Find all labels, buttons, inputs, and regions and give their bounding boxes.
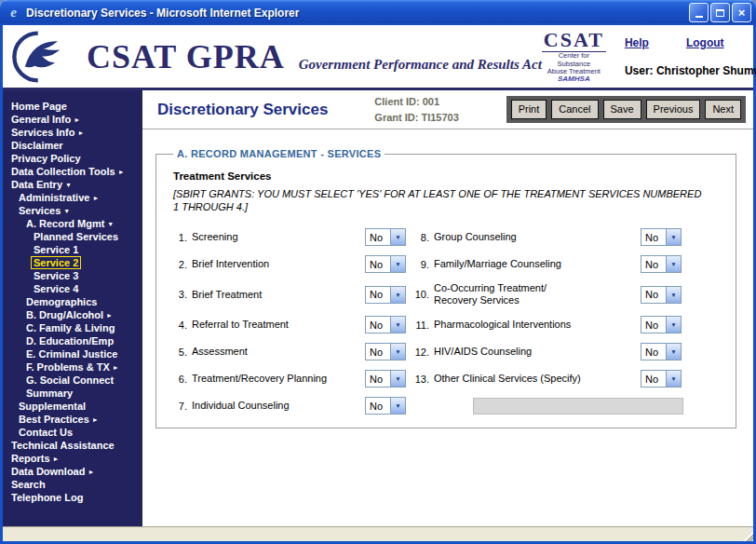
screening-label: Screening — [192, 231, 365, 243]
sidebar-item-e-criminal-justice[interactable]: E. Criminal Justice — [3, 347, 142, 360]
item-number: 2. — [173, 259, 192, 270]
sidebar-item-a-record-mgmt[interactable]: A. Record Mgmt ▼ — [3, 217, 142, 230]
dropdown-arrow-icon: ▼ — [666, 256, 681, 272]
item-number: 6. — [173, 374, 192, 385]
titlebar[interactable]: e Discretionary Services - Microsoft Int… — [0, 0, 756, 25]
resize-grip-icon[interactable] — [741, 529, 753, 541]
brand-tagline: Government Performance and Results Act — [299, 57, 542, 73]
item-number: 11. — [412, 320, 434, 331]
treatment-recovery-planning-dropdown[interactable]: No▼ — [365, 370, 406, 388]
csat-logo-name: CSAT — [542, 29, 606, 52]
treatment-services-heading: Treatment Services — [173, 170, 722, 182]
page-title: Discretionary Services — [157, 101, 328, 119]
expand-arrow-icon: ► — [77, 129, 84, 136]
sidebar-item-contact-us[interactable]: Contact Us — [3, 426, 142, 439]
cancel-button[interactable]: Cancel — [551, 100, 598, 118]
sidebar-item-best-practices[interactable]: Best Practices ► — [3, 413, 142, 426]
screening-dropdown[interactable]: No▼ — [365, 228, 406, 246]
other-clinical-services-specify-input[interactable] — [473, 398, 683, 415]
expand-arrow-icon: ► — [113, 364, 119, 371]
referral-to-treatment-dropdown[interactable]: No▼ — [365, 316, 406, 333]
sidebar-item-services[interactable]: Services ▼ — [3, 204, 142, 217]
item-number: 12. — [412, 347, 434, 358]
brief-intervention-label: Brief Intervention — [192, 258, 365, 270]
sidebar-item-administrative[interactable]: Administrative ► — [3, 191, 142, 204]
hhs-logo-icon — [10, 31, 62, 83]
item-number: 5. — [173, 347, 192, 358]
sidebar-item-planned-services[interactable]: Planned Services — [3, 230, 142, 243]
toolbar: Print Cancel Save Previous Next — [506, 96, 746, 122]
sidebar-item-home-page[interactable]: Home Page — [3, 100, 142, 113]
print-button[interactable]: Print — [511, 100, 547, 118]
pharmacological-interventions-dropdown[interactable]: No▼ — [641, 316, 682, 333]
item-number: 8. — [412, 232, 434, 243]
sidebar-item-search[interactable]: Search — [3, 478, 142, 491]
sidebar-item-g-social-connect[interactable]: G. Social Connect — [3, 374, 142, 387]
sidebar-item-c-family-living[interactable]: C. Family & Living — [3, 321, 142, 334]
sidebar-item-data-entry[interactable]: Data Entry ▼ — [3, 178, 142, 191]
grant-id-label: Grant ID: TI15703 — [374, 110, 458, 126]
referral-to-treatment-label: Referral to Treatment — [192, 319, 365, 331]
treatment-recovery-planning-label: Treatment/Recovery Planning — [192, 373, 365, 385]
dropdown-arrow-icon: ▼ — [666, 317, 681, 333]
sidebar-item-f-problems-tx[interactable]: F. Problems & TX ► — [3, 360, 142, 374]
sidebar-item-d-education-emp[interactable]: D. Education/Emp — [3, 334, 142, 347]
sidebar-item-data-download[interactable]: Data Download ► — [3, 465, 142, 478]
logout-link[interactable]: Logout — [686, 36, 724, 49]
maximize-button[interactable] — [710, 3, 730, 22]
group-counseling-label: Group Counseling — [434, 231, 641, 243]
sidebar-item-technical-assistance[interactable]: Technical Assistance — [3, 439, 142, 452]
dropdown-arrow-icon: ▼ — [390, 344, 405, 360]
help-link[interactable]: Help — [625, 36, 649, 49]
item-number: 7. — [173, 401, 192, 412]
sidebar-item-service-4[interactable]: Service 4 — [3, 282, 142, 295]
expand-arrow-icon: ► — [106, 312, 113, 319]
sidebar-item-reports[interactable]: Reports ► — [3, 452, 142, 465]
save-button[interactable]: Save — [603, 100, 641, 118]
sidebar-item-privacy-policy[interactable]: Privacy Policy — [3, 152, 142, 165]
item-number: 10. — [412, 289, 434, 300]
sidebar-item-service-1[interactable]: Service 1 — [3, 243, 142, 256]
sidebar-item-b-drug-alcohol[interactable]: B. Drug/Alcohol ► — [3, 308, 142, 321]
other-clinical-services-dropdown[interactable]: No▼ — [641, 370, 682, 388]
next-button[interactable]: Next — [705, 100, 741, 118]
sidebar-item-disclaimer[interactable]: Disclaimer — [3, 139, 142, 152]
treatment-services-form: 1. Screening No▼ 8. Group Counseling No▼… — [173, 228, 722, 415]
dropdown-arrow-icon: ▼ — [666, 371, 681, 387]
expand-arrow-icon: ► — [53, 456, 60, 462]
minimize-button[interactable] — [689, 3, 709, 22]
brief-intervention-dropdown[interactable]: No▼ — [365, 255, 406, 273]
group-counseling-dropdown[interactable]: No▼ — [641, 228, 682, 246]
sidebar-item-summary[interactable]: Summary — [3, 387, 142, 400]
pharmacological-interventions-label: Pharmacological Interventions — [434, 319, 641, 331]
expand-arrow-icon: ▼ — [63, 208, 70, 214]
co-occurring-dropdown[interactable]: No▼ — [641, 286, 682, 304]
sidebar-item-services-info[interactable]: Services Info ► — [3, 126, 142, 139]
other-clinical-services-label: Other Clinical Services (Specify) — [434, 373, 641, 385]
sidebar-item-data-collection-tools[interactable]: Data Collection Tools ► — [3, 165, 142, 178]
maximize-icon — [716, 9, 724, 17]
sidebar-item-general-info[interactable]: General Info ► — [3, 113, 142, 126]
item-number: 3. — [173, 289, 192, 300]
sidebar-item-demographics[interactable]: Demographics — [3, 295, 142, 308]
hiv-aids-counseling-dropdown[interactable]: No▼ — [641, 343, 682, 360]
assessment-dropdown[interactable]: No▼ — [365, 343, 406, 360]
family-marriage-counseling-dropdown[interactable]: No▼ — [641, 255, 682, 273]
dropdown-arrow-icon: ▼ — [666, 344, 681, 360]
previous-button[interactable]: Previous — [646, 100, 701, 118]
window-title: Discretionary Services - Microsoft Inter… — [26, 7, 687, 20]
sidebar-item-supplemental[interactable]: Supplemental — [3, 400, 142, 413]
sidebar-item-service-2[interactable]: Service 2 — [3, 256, 142, 269]
close-button[interactable]: × — [732, 3, 751, 22]
expand-arrow-icon: ▼ — [65, 182, 72, 188]
sbirt-note: [SBIRT GRANTS: YOU MUST SELECT 'YES' FOR… — [173, 187, 704, 213]
dropdown-arrow-icon: ▼ — [666, 229, 681, 245]
client-id-label: Client ID: 001 — [374, 94, 458, 110]
csat-logo: CSAT Center for Substance Abuse Treatmen… — [542, 29, 606, 84]
family-marriage-counseling-label: Family/Marriage Counseling — [434, 258, 641, 270]
brief-treatment-dropdown[interactable]: No▼ — [365, 286, 406, 304]
sidebar-item-telephone-log[interactable]: Telephone Log — [3, 491, 142, 504]
sidebar-item-service-3[interactable]: Service 3 — [3, 269, 142, 282]
individual-counseling-dropdown[interactable]: No▼ — [365, 397, 406, 415]
dropdown-arrow-icon: ▼ — [666, 287, 681, 303]
